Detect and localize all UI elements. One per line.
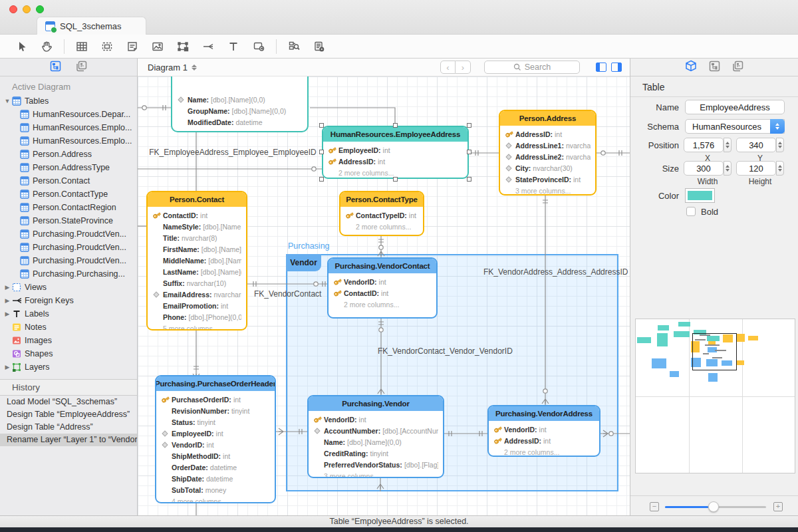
tree-item-shapes[interactable]: Shapes — [0, 347, 137, 360]
auto-layout-button[interactable] — [286, 39, 302, 55]
table-field[interactable]: City:nvarchar(30) — [505, 162, 591, 174]
table-field[interactable]: VendorID:int — [161, 439, 270, 450]
disclosure-right-icon[interactable]: ▶ — [4, 297, 11, 304]
layer-tool-button[interactable] — [251, 39, 267, 55]
hand-tool-button[interactable] — [39, 39, 55, 55]
table-field[interactable]: ContactID:int — [152, 209, 241, 221]
new-foreign-key-tool-button[interactable] — [200, 39, 216, 55]
position-x-stepper[interactable] — [724, 138, 732, 152]
table-field[interactable]: ModifiedDate:datetime — [177, 116, 303, 128]
tree-item-purchasing-purchasing-[interactable]: Purchasing.Purchasing... — [0, 267, 137, 281]
tree-item-person-stateprovince[interactable]: Person.StateProvince — [0, 214, 137, 227]
tree-item-person-address[interactable]: Person.Address — [0, 148, 137, 161]
diagram-tree-tab-icon[interactable] — [709, 61, 720, 74]
tree-item-person-addresstype[interactable]: Person.AddressType — [0, 161, 137, 174]
table-field[interactable]: ContactID:int — [333, 287, 432, 299]
tree-item-person-contacttype[interactable]: Person.ContactType — [0, 188, 137, 201]
table-field[interactable]: EmployeeID:int — [328, 144, 463, 156]
history-item[interactable]: Rename Layer “Layer 1” to “Vendor” — [0, 434, 137, 446]
table-card-clipped[interactable]: Name:[dbo].[Name](0,0)GroupName:[dbo].[N… — [171, 76, 309, 132]
table-field[interactable]: PreferredVendorStatus:[dbo].[Flag](0,0) — [313, 459, 438, 470]
insert-image-tool-button[interactable] — [150, 39, 166, 55]
table-field[interactable]: Title:nvarchar(8) — [152, 232, 241, 243]
zoom-slider-thumb[interactable] — [708, 501, 719, 512]
selection-handle[interactable] — [319, 177, 324, 182]
table-card-purchasing-vendoraddress[interactable]: Purchasing.VendorAddressVendorID:intAddr… — [487, 405, 600, 457]
table-field[interactable]: ShipMethodID:int — [161, 450, 270, 462]
table-name-field[interactable] — [685, 100, 785, 114]
table-card-person-address[interactable]: Person.AddressAddressID:intAddressLine1:… — [499, 110, 597, 196]
tree-item-views[interactable]: ▶Views — [0, 281, 137, 294]
zoom-window-button[interactable] — [36, 5, 44, 13]
selection-handle[interactable] — [319, 123, 324, 128]
minimize-window-button[interactable] — [23, 5, 31, 13]
schema-dropdown-button[interactable] — [770, 119, 785, 134]
disclosure-down-icon[interactable]: ▼ — [4, 98, 11, 104]
table-field[interactable]: AddressID:int — [493, 435, 595, 446]
table-field[interactable]: ShipDate:datetime — [161, 473, 270, 484]
height-field[interactable] — [736, 161, 776, 176]
diagram-list-tab-icon[interactable] — [76, 61, 87, 74]
minimap-viewport[interactable] — [692, 333, 737, 370]
fk-relationship-label[interactable]: FK_VendorAddress_Address_AddressID — [483, 267, 616, 277]
selection-handle[interactable] — [467, 177, 471, 182]
group-tool-button[interactable] — [175, 39, 191, 55]
table-card-person-contacttype[interactable]: Person.ContactTypeContactTypeID:int2 mor… — [339, 191, 424, 236]
table-field[interactable]: StateProvinceID:int — [505, 174, 591, 185]
selection-handle[interactable] — [467, 150, 471, 154]
table-field[interactable]: RevisionNumber:tinyint — [161, 405, 270, 416]
table-field[interactable]: EmailPromotion:int — [152, 300, 241, 311]
position-x-field[interactable] — [684, 138, 724, 152]
diagram-list-tab-icon[interactable] — [732, 61, 743, 74]
table-field[interactable]: PurchaseOrderID:int — [161, 394, 270, 405]
table-field[interactable]: LastName:[dbo].[Name](0... — [152, 266, 241, 277]
table-field[interactable]: EmailAddress:nvarchar(50) — [152, 289, 241, 300]
toggle-right-panel-icon[interactable] — [611, 63, 622, 72]
model-options-button[interactable] — [311, 39, 327, 55]
diagram-tree-tab-icon[interactable] — [50, 61, 61, 74]
table-field[interactable]: Name:[dbo].[Name](0,0) — [313, 436, 438, 448]
select-tool-button[interactable] — [13, 39, 29, 55]
tree-item-person-contact[interactable]: Person.Contact — [0, 174, 137, 188]
table-field[interactable]: AddressLine1:nvarchar(... — [505, 140, 591, 151]
back-button[interactable]: ‹ — [440, 61, 456, 74]
forward-button[interactable]: › — [456, 61, 471, 74]
tree-item-foreign-keys[interactable]: ▶Foreign Keys — [0, 294, 137, 307]
table-field[interactable]: ContactTypeID:int — [345, 209, 418, 221]
toggle-left-panel-icon[interactable] — [596, 63, 606, 72]
table-card-person-contact[interactable]: Person.ContactContactID:intNameStyle:[db… — [146, 191, 247, 331]
new-view-tool-button[interactable] — [99, 39, 115, 55]
width-field[interactable] — [684, 161, 724, 176]
diagram-selector[interactable]: Diagram 1 — [148, 63, 197, 72]
tree-item-person-contactregion[interactable]: Person.ContactRegion — [0, 201, 137, 214]
table-field[interactable]: VendorID:int — [333, 276, 432, 287]
zoom-out-button[interactable]: − — [650, 502, 659, 511]
history-item[interactable]: Design Table “EmployeeAddress” — [0, 408, 137, 421]
table-card-humanresources-employeeaddress[interactable]: HumanResources.EmployeeAddressEmployeeID… — [322, 126, 469, 179]
tree-item-notes[interactable]: Notes — [0, 321, 137, 334]
diagram-minimap[interactable] — [635, 319, 795, 473]
fk-relationship-label[interactable]: FK_VendorContact_Vendor_VendorID — [378, 346, 504, 356]
tree-item-tables[interactable]: ▼Tables — [0, 94, 137, 108]
disclosure-right-icon[interactable]: ▶ — [4, 364, 11, 370]
fk-relationship-label[interactable]: FK_EmployeeAddress_Employee_EmployeeID — [146, 148, 319, 157]
selection-handle[interactable] — [393, 177, 398, 182]
table-field[interactable]: FirstName:[dbo].[Name](0... — [152, 243, 241, 255]
tree-item-humanresources-emplo-[interactable]: HumanResources.Emplo... — [0, 134, 137, 148]
table-field[interactable]: Name:[dbo].[Name](0,0) — [177, 94, 303, 105]
properties-tab-icon[interactable] — [685, 60, 697, 74]
history-item[interactable]: Load Model “SQL_3schemas” — [0, 396, 137, 408]
search-input[interactable]: Search — [484, 61, 580, 74]
position-y-field[interactable] — [736, 138, 776, 152]
table-field[interactable]: MiddleName:[dbo].[Name]... — [152, 255, 241, 266]
table-field[interactable]: Phone:[dbo].[Phone](0,0) — [152, 311, 241, 323]
selection-handle[interactable] — [319, 150, 324, 154]
table-field[interactable]: EmployeeID:int — [161, 428, 270, 439]
tree-item-purchasing-proudctven-[interactable]: Purchasing.ProudctVen... — [0, 241, 137, 254]
color-swatch-button[interactable] — [685, 188, 715, 203]
position-y-stepper[interactable] — [776, 138, 784, 152]
tree-item-purchasing-proudctven-[interactable]: Purchasing.ProudctVen... — [0, 227, 137, 241]
history-item[interactable]: Design Table “Address” — [0, 421, 137, 434]
new-table-tool-button[interactable] — [74, 39, 90, 55]
table-field[interactable]: VendorID:int — [493, 424, 595, 435]
